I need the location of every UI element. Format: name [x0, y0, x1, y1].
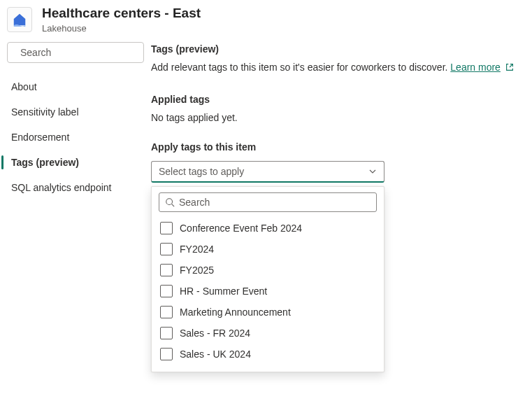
tag-option[interactable]: HR - Summer Event [159, 281, 377, 302]
tag-option-label: FY2025 [180, 265, 214, 276]
item-type-label: Lakehouse [42, 23, 201, 34]
main-content: Tags (preview) Add relevant tags to this… [147, 42, 532, 200]
learn-more-link[interactable]: Learn more [450, 62, 515, 73]
checkbox[interactable] [160, 264, 173, 276]
section-title: Tags (preview) [151, 43, 525, 55]
item-type-icon [7, 7, 32, 32]
tags-dropdown-trigger[interactable]: Select tags to apply [151, 161, 384, 183]
checkbox[interactable] [160, 285, 173, 297]
sidebar-item-about[interactable]: About [7, 74, 147, 99]
tags-dropdown-panel: Conference Event Feb 2024 FY2024 FY2025 … [151, 186, 384, 372]
header: Healthcare centers - East Lakehouse [0, 0, 532, 42]
sidebar-search[interactable] [7, 42, 144, 63]
applied-tags-title: Applied tags [151, 94, 525, 105]
sidebar: About Sensitivity label Endorsement Tags… [7, 42, 147, 200]
svg-line-4 [172, 204, 175, 206]
sidebar-item-endorsement[interactable]: Endorsement [7, 125, 147, 150]
checkbox[interactable] [160, 306, 173, 318]
tag-option[interactable]: Sales - FR 2024 [159, 323, 377, 344]
sidebar-search-input[interactable] [20, 47, 143, 58]
tag-option[interactable]: Marketing Announcement [159, 302, 377, 323]
tag-option-label: Sales - FR 2024 [180, 328, 250, 339]
checkbox[interactable] [160, 243, 173, 255]
tag-option-label: FY2024 [180, 244, 214, 255]
search-icon [165, 197, 175, 207]
tag-option-label: Sales - UK 2024 [180, 349, 251, 360]
chevron-down-icon [368, 167, 377, 176]
tag-option[interactable]: FY2025 [159, 260, 377, 281]
tag-option[interactable]: FY2024 [159, 239, 377, 260]
sidebar-item-tags-preview[interactable]: Tags (preview) [7, 150, 147, 175]
page-title: Healthcare centers - East [42, 6, 201, 22]
lakehouse-icon [12, 12, 27, 27]
tags-dropdown: Select tags to apply Conference Event Fe… [151, 161, 384, 183]
dropdown-search[interactable] [159, 192, 377, 212]
checkbox[interactable] [160, 327, 173, 339]
checkbox[interactable] [160, 348, 173, 360]
apply-tags-title: Apply tags to this item [151, 141, 525, 153]
sidebar-nav: About Sensitivity label Endorsement Tags… [7, 74, 147, 200]
tag-option-label: HR - Summer Event [180, 286, 267, 297]
tag-option[interactable]: Conference Event Feb 2024 [159, 218, 377, 239]
svg-point-3 [166, 199, 173, 205]
tag-option-label: Conference Event Feb 2024 [180, 223, 302, 234]
dropdown-search-input[interactable] [179, 197, 371, 208]
open-external-icon [505, 62, 515, 72]
tag-option-label: Marketing Announcement [180, 307, 291, 318]
header-titles: Healthcare centers - East Lakehouse [42, 6, 201, 34]
section-description: Add relevant tags to this item so it's e… [151, 62, 525, 73]
checkbox[interactable] [160, 222, 173, 234]
tag-option[interactable]: Sales - UK 2024 [159, 344, 377, 365]
dropdown-placeholder: Select tags to apply [159, 166, 244, 177]
no-tags-message: No tags applied yet. [151, 112, 525, 123]
sidebar-item-sql-analytics-endpoint[interactable]: SQL analytics endpoint [7, 175, 147, 200]
svg-line-2 [510, 64, 512, 66]
sidebar-item-sensitivity-label[interactable]: Sensitivity label [7, 99, 147, 125]
